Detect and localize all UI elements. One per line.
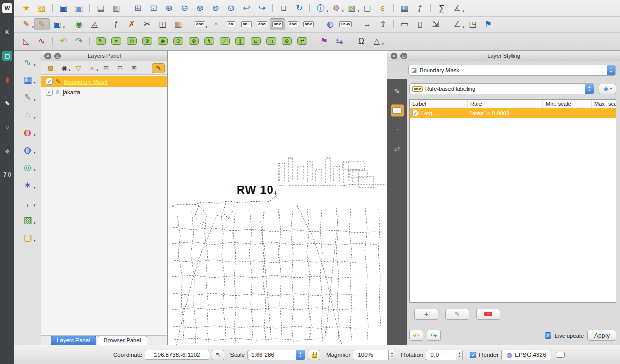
delete-selected-icon[interactable]: ✗ xyxy=(124,18,140,30)
copy-features-icon[interactable]: ◫ xyxy=(155,18,171,30)
reshape-features-icon[interactable]: ↯ xyxy=(202,35,217,48)
current-edits-icon[interactable]: ✎ xyxy=(19,18,34,30)
expand-all-icon[interactable]: ⊞ xyxy=(100,63,113,73)
split-parts-icon[interactable]: ∥ xyxy=(233,35,248,48)
metasearch-icon[interactable]: ◍ xyxy=(322,18,338,30)
layer-name[interactable]: jakarta xyxy=(63,89,81,96)
layer-checkbox[interactable]: ✓ xyxy=(46,78,53,85)
add-wcs-layer-icon[interactable]: ◎ xyxy=(20,161,36,173)
refresh-map-icon[interactable]: ↻ xyxy=(291,2,307,14)
zoom-to-layer-icon[interactable]: ⊙ xyxy=(223,2,239,14)
close-panel-icon[interactable]: ✕ xyxy=(44,53,51,59)
move-label-tool-icon[interactable]: ⇆ xyxy=(332,35,347,48)
zoom-full-icon[interactable]: ⊛ xyxy=(192,2,208,14)
tab-layers-panel[interactable]: Layers Panel xyxy=(51,336,96,345)
snapping-options-icon[interactable]: Ω xyxy=(353,35,369,48)
label-pin-icon[interactable]: abc xyxy=(270,18,285,30)
layer-checkbox[interactable]: ✓ xyxy=(46,89,53,96)
zoom-last-icon[interactable]: ↩ xyxy=(239,2,254,14)
add-group-icon[interactable]: ▩ xyxy=(44,63,57,73)
background-app-red-icon[interactable]: ▮ xyxy=(2,74,12,85)
select-by-expression-icon[interactable]: ε xyxy=(375,2,391,14)
layer-labeling-options-icon[interactable]: abc xyxy=(192,18,208,30)
live-update-checkbox[interactable]: ✓ xyxy=(545,332,551,339)
measure-icon[interactable]: ∡ xyxy=(450,2,465,14)
map-tips-icon[interactable]: ◳ xyxy=(465,18,481,30)
background-app-text[interactable]: 7 0 xyxy=(2,169,12,180)
background-app-circle-icon[interactable]: ○ xyxy=(2,122,12,132)
tab-labels[interactable]: abc xyxy=(391,104,404,117)
label-add-icon[interactable]: ab+ xyxy=(239,18,254,30)
scale-combo[interactable]: 1:66 286 ▲▼ xyxy=(247,350,305,360)
pan-map-icon[interactable]: ⊞ xyxy=(130,2,146,14)
label-move-icon[interactable]: abc xyxy=(285,18,301,30)
move-annotation-icon[interactable]: ⇲ xyxy=(428,18,443,30)
tab-history[interactable]: ⇄ xyxy=(391,143,404,155)
tab-diagrams[interactable]: ◔ xyxy=(391,123,404,136)
undock-panel-icon[interactable]: ◻ xyxy=(54,53,61,59)
remove-layer-icon[interactable]: ⊠ xyxy=(128,63,141,73)
zoom-next-icon[interactable]: ↪ xyxy=(254,2,270,14)
statistics-summary-icon[interactable]: ∑ xyxy=(434,2,450,14)
add-feature-icon[interactable]: ◉ xyxy=(71,18,87,30)
render-checkbox[interactable]: ✓ xyxy=(470,352,476,358)
map-canvas[interactable]: RW 10 + xyxy=(168,51,388,345)
manage-visibility-icon[interactable]: ◉ xyxy=(58,63,71,73)
filter-expression-icon[interactable]: ε xyxy=(86,63,99,73)
interpolate-point-icon[interactable]: △ xyxy=(369,35,384,48)
offset-up-icon[interactable]: ⇧ xyxy=(375,18,391,30)
crs-status-button[interactable]: ◍ EPSG:4326 xyxy=(501,350,551,360)
advanced-digitizing-icon[interactable]: ◺ xyxy=(19,35,34,48)
label-show-hide-icon[interactable]: ab xyxy=(223,18,239,30)
new-shapefile-layer-icon[interactable]: ▧ xyxy=(20,214,36,226)
open-attribute-table-icon[interactable]: ▦ xyxy=(397,2,412,14)
undock-panel-icon[interactable]: ◻ xyxy=(400,53,407,59)
fill-ring-icon[interactable]: ◉ xyxy=(155,35,171,48)
rotation-spinbox[interactable]: 0,0 ▲▼ xyxy=(426,350,463,360)
zoom-native-icon[interactable]: ⊔ xyxy=(276,2,291,14)
select-features-icon[interactable]: ▧ xyxy=(344,2,360,14)
add-part-icon[interactable]: ⊕ xyxy=(140,35,155,48)
background-app-teal-icon[interactable]: ▢ xyxy=(2,51,12,61)
offset-curve-icon[interactable]: ∿ xyxy=(34,35,50,48)
add-wfs-layer-icon[interactable]: ∗ xyxy=(20,179,36,191)
add-oracle-layer-icon[interactable]: ◍ xyxy=(20,126,36,138)
add-ring-icon[interactable]: ◎ xyxy=(124,35,140,48)
background-app-pen-icon[interactable]: ✎ xyxy=(2,98,12,108)
save-layer-edits-icon[interactable]: ▣ xyxy=(50,18,65,30)
simplify-feature-icon[interactable]: ≈ xyxy=(109,35,124,48)
project-save-as-icon[interactable]: ▣ xyxy=(71,2,87,14)
undo-style-button[interactable]: ↶ xyxy=(409,330,423,341)
remove-rule-button[interactable]: − xyxy=(476,309,500,320)
add-postgis-layer-icon[interactable]: ∩ xyxy=(20,108,36,121)
rules-table-empty-area[interactable] xyxy=(410,118,616,302)
labeling-settings-button[interactable]: ◈ ▾ xyxy=(599,84,616,94)
label-rotate-icon[interactable]: abc xyxy=(254,18,270,30)
identify-features-icon[interactable]: ⓘ xyxy=(313,2,329,14)
offset-point-symbols-icon[interactable]: ⇄ xyxy=(295,35,310,48)
background-app-diamond-icon[interactable]: ◆ xyxy=(2,146,12,156)
edit-rule-button[interactable]: ✎ xyxy=(445,309,469,320)
project-new-icon[interactable]: ★ xyxy=(19,2,34,14)
modify-attributes-icon[interactable]: ƒ xyxy=(109,18,124,30)
paste-features-icon[interactable]: ▥ xyxy=(171,18,186,30)
layer-name[interactable]: Boundary Mask xyxy=(64,78,108,85)
filter-legend-icon[interactable]: ▽ xyxy=(72,63,85,73)
log-messages-icon[interactable] xyxy=(556,352,565,358)
toggle-editing-icon[interactable]: ✎ xyxy=(34,18,50,30)
layer-styling-dock-icon[interactable]: ✎ xyxy=(152,63,165,73)
rotate-point-symbols-icon[interactable]: ⊛ xyxy=(279,35,295,48)
new-print-composer-icon[interactable]: ▤ xyxy=(93,2,109,14)
plugin-arrow-icon[interactable]: → xyxy=(360,18,375,30)
split-features-icon[interactable]: ∕ xyxy=(217,35,233,48)
stepper-icon[interactable]: ▲▼ xyxy=(456,350,463,360)
pin-labels-icon[interactable]: ⚑ xyxy=(316,35,332,48)
deselect-features-icon[interactable]: ▢ xyxy=(360,2,375,14)
project-open-icon[interactable]: ▨ xyxy=(34,2,50,14)
add-rule-button[interactable]: + xyxy=(414,309,438,320)
new-spatialite-layer-icon[interactable]: ▢ xyxy=(20,231,36,244)
delete-ring-icon[interactable]: ⊖ xyxy=(171,35,186,48)
composer-manager-icon[interactable]: ▥ xyxy=(109,2,124,14)
layer-selector-combo[interactable]: ◪ Boundary Mask ▲▼ xyxy=(408,65,616,76)
pan-to-selection-icon[interactable]: ⊡ xyxy=(146,2,161,14)
